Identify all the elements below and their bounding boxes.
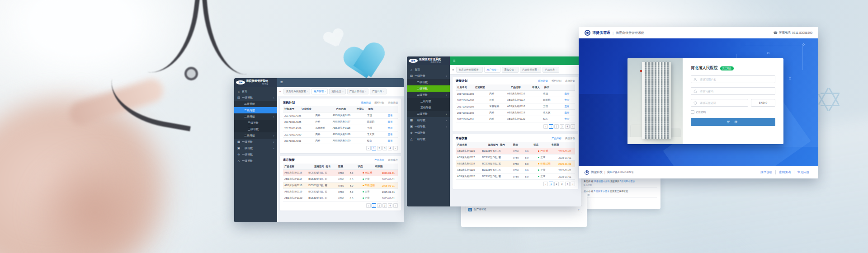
view-link[interactable]: 查看 [387,126,398,131]
login-button[interactable]: 登 录 [691,118,775,126]
table-row[interactable]: ABS床头柜0120 BCS33型 5孔, 右 0780 8.0 正常 2025… [283,195,398,201]
page-number[interactable]: 4 [388,203,392,208]
table-row[interactable]: 20171001A186 内科 ABS床头柜0116 李现 查看 [456,91,575,97]
table-row[interactable]: 20171001A189 耳鼻喉科 ABS床头柜0118 王琪 查看 [283,125,398,131]
plan-filter-link[interactable]: 领用计划 [538,80,548,83]
table-row[interactable]: 20171001A190 内科 ABS床头柜0119 李天翼 查看 [283,131,398,138]
view-link[interactable]: 查看 [387,132,398,137]
tab-dot-icon[interactable]: ○ [479,69,480,71]
tab-dot-icon[interactable]: ○ [307,90,307,93]
footer-link[interactable]: 常见问题 [794,170,812,174]
sidebar-item-nav1[interactable]: ▤一级导航∧ [407,73,450,79]
tab[interactable]: 资质证件效期预警○ [283,89,310,94]
plan-filter-link[interactable]: 高值计划 [388,101,398,104]
page-number[interactable]: 2 [377,146,382,150]
page-number[interactable]: 2 [554,182,559,186]
view-link[interactable]: 查看 [563,98,575,103]
table-row[interactable]: 20171001A186 内科 ABS床头柜0116 李现 查看 [283,112,398,119]
collapse-tabs-icon[interactable]: « [452,68,454,72]
sidebar-item-nav2[interactable]: 二级导航 [407,79,450,85]
sidebar-item-nav1[interactable]: ⊘一级导航 [407,130,450,136]
table-row[interactable]: ABS床头柜0120 BCS33型 5孔, 右 0780 8.0 正常 2025… [456,173,575,180]
tab[interactable]: 产品出库○ [370,89,386,94]
page-number[interactable]: 4 [565,124,570,129]
page-number[interactable]: 2 [554,124,559,129]
tab[interactable]: 通知公告○ [502,67,518,73]
inventory-filter-link[interactable]: 高值库存 [565,137,575,140]
table-row[interactable]: ABS床头柜0118 BCS33型 5孔, 右 0780 8.0 即将过期 20… [456,161,575,167]
feed-target-link[interactable]: 5月日常小需求 [620,180,635,183]
table-row[interactable]: 20171001A188 外科 ABS床头柜0117 陈韵韵 查看 [456,97,575,103]
sidebar-item-nav1[interactable]: ▦一级导航∨ [234,139,277,145]
view-link[interactable]: 查看 [387,119,398,124]
sidebar-item-nav3[interactable]: 三级导航 [234,120,277,126]
page-next-icon[interactable]: › [393,203,398,208]
username-field[interactable] [691,75,775,83]
sidebar-item-nav2[interactable]: 二级导航 [234,101,277,107]
sidebar-item-nav3[interactable]: 三级导航 [407,98,450,104]
page-number[interactable]: 4 [565,182,570,186]
sidebar-item-nav2[interactable]: 二级导航∨ [234,132,277,139]
sidebar-item-nav3[interactable]: 三级导航 [407,104,450,111]
page-prev-icon[interactable]: ‹ [366,146,371,150]
page-number[interactable]: 3 [382,203,387,208]
tab-dot-icon[interactable]: ○ [556,69,557,71]
sidebar-item-nav1[interactable]: ▦一级导航∨ [407,117,450,123]
menu-toggle-icon[interactable]: ≡ [453,59,455,63]
sidebar-item-nav1[interactable]: ▣一级导航∨ [407,123,450,130]
feed-project-link[interactable]: 风暴精英小分队 [594,180,610,183]
tab[interactable]: 产品分类设置○ [347,89,368,94]
page-number[interactable]: 4 [388,146,392,150]
remember-checkbox[interactable] [691,110,694,114]
sidebar-item-nav2-selected[interactable]: 二级导航 [407,85,450,92]
table-row[interactable]: 20171001A190 内科 ABS床头柜0119 李天翼 查看 [456,110,575,116]
page-number[interactable]: 3 [382,146,387,150]
footer-link[interactable]: 密钥驱动 [775,170,794,174]
view-link[interactable]: 查看 [387,113,398,118]
table-row[interactable]: ABS床头柜0116 BCS33型 5孔, 右 0780 8.0 已过期 202… [456,148,575,155]
password-input[interactable] [699,89,773,93]
page-prev-icon[interactable]: ‹ [366,203,371,208]
feed-item[interactable]: 付小小 在 5 月日常小需求 更新至已发布状态 3 天前 [584,188,657,198]
table-row[interactable]: 20171001A188 外科 ABS床头柜0117 陈韵韵 查看 [283,119,398,125]
tab[interactable]: 用户管理○ [484,67,500,73]
sidebar-item-nav1[interactable]: ⊘一级导航 [234,151,277,158]
table-row[interactable]: ABS床头柜0119 BCS33型 5孔, 右 0780 8.0 正常 2025… [283,189,398,195]
license-item[interactable]: ▤ 生产许可证 ∨ [466,206,582,213]
inventory-filter-link[interactable]: 高值库存 [388,159,398,162]
sidebar-item-nav2[interactable]: 二级导航∨ [407,111,450,117]
chevron-down-icon[interactable]: ∨ [578,208,580,211]
sidebar-item-nav1[interactable]: ▣一级导航∨ [234,145,277,151]
tab[interactable]: 用户管理○ [311,89,328,94]
tab[interactable]: 产品分类设置○ [520,67,541,73]
footer-link[interactable]: 操作说明 [757,170,775,174]
sidebar-item-nav1[interactable]: ▤一级导航∧ [234,94,277,101]
sidebar-item-home[interactable]: ⌂首页 [407,66,450,73]
page-number[interactable]: 3 [560,182,564,186]
inventory-filter-link[interactable]: 产品库存 [374,159,384,162]
page-number[interactable]: 2 [377,203,382,208]
captcha-field[interactable] [691,99,748,107]
view-link[interactable]: 查看 [563,110,575,115]
page-next-icon[interactable]: › [571,182,575,186]
menu-toggle-icon[interactable]: ≡ [280,80,283,84]
inventory-filter-link[interactable]: 产品库存 [552,137,561,140]
view-link[interactable]: 查看 [563,117,575,122]
sidebar-item-nav3[interactable]: 三级导航 [234,126,277,132]
view-link[interactable]: 查看 [387,138,398,143]
tab-dot-icon[interactable]: ○ [325,90,326,93]
tab[interactable]: 通知公告○ [329,89,345,94]
page-prev-icon[interactable]: ‹ [543,182,548,186]
table-row[interactable]: ABS床头柜0117 BCS33型 5孔, 右 0780 8.0 正常 2025… [456,155,575,161]
captcha-question[interactable]: 6+8=? [751,99,775,107]
page-next-icon[interactable]: › [393,146,398,150]
tab[interactable]: 资质证件效期预警○ [456,67,482,73]
plan-filter-link[interactable]: 预约计划 [374,101,384,104]
table-row[interactable]: 20171001A191 内科 ABS床头柜0120 程心 查看 [456,116,575,122]
sidebar-item-nav2[interactable]: 二级导航∧ [234,113,277,120]
page-number[interactable]: 3 [560,124,564,129]
page-prev-icon[interactable]: ‹ [543,124,548,129]
plan-filter-link[interactable]: 领用计划 [361,101,371,104]
tab-dot-icon[interactable]: ○ [342,90,343,93]
sidebar-item-nav2-selected[interactable]: 二级导航 [234,107,277,113]
